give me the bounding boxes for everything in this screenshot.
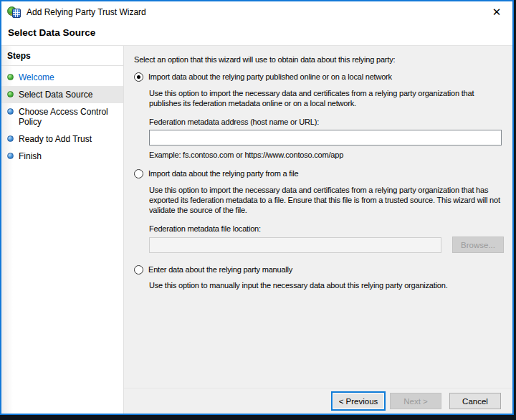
step-label: Select Data Source xyxy=(19,90,92,100)
step-choose-access-control-policy: Choose Access Control Policy xyxy=(1,103,123,130)
step-done-bullet-icon xyxy=(7,91,14,97)
title-bar[interactable]: Add Relying Party Trust Wizard ✕ xyxy=(1,1,512,23)
step-todo-bullet-icon xyxy=(7,135,14,142)
radio-enter-manually[interactable] xyxy=(134,265,143,275)
step-todo-bullet-icon xyxy=(7,153,14,159)
metadata-address-label: Federation metadata address (host name o… xyxy=(149,118,504,126)
close-icon[interactable]: ✕ xyxy=(481,1,512,23)
relying-party-trust-icon xyxy=(7,6,22,19)
step-label: Choose Access Control Policy xyxy=(19,107,118,127)
step-ready-to-add-trust: Ready to Add Trust xyxy=(1,130,123,148)
step-welcome: Welcome xyxy=(1,69,123,86)
metadata-address-input[interactable] xyxy=(149,130,502,145)
wizard-content: Select an option that this wizard will u… xyxy=(124,46,512,388)
option-label: Enter data about the relying party manua… xyxy=(148,265,292,275)
option-import-online[interactable]: Import data about the relying party publ… xyxy=(134,72,504,82)
button-bar: < Previous Next > Cancel xyxy=(124,388,512,414)
step-label: Ready to Add Trust xyxy=(19,134,92,144)
browse-button[interactable]: Browse... xyxy=(452,237,504,253)
option-manual-description: Use this option to manually input the ne… xyxy=(149,280,504,290)
step-label: Finish xyxy=(19,151,42,161)
cancel-button[interactable]: Cancel xyxy=(449,393,501,409)
metadata-address-example: Example: fs.contoso.com or https://www.c… xyxy=(149,151,504,159)
option-enter-manually[interactable]: Enter data about the relying party manua… xyxy=(134,265,504,275)
step-label: Welcome xyxy=(19,72,54,82)
step-finish: Finish xyxy=(1,148,123,165)
option-file-description: Use this option to import the necessary … xyxy=(149,185,504,215)
previous-button[interactable]: < Previous xyxy=(333,393,384,409)
option-import-file[interactable]: Import data about the relying party from… xyxy=(134,169,504,178)
building-icon xyxy=(12,9,21,18)
wizard-window: Add Relying Party Trust Wizard ✕ Select … xyxy=(0,0,514,415)
radio-import-file[interactable] xyxy=(134,169,143,178)
option-label: Import data about the relying party publ… xyxy=(148,72,392,82)
metadata-file-row: Browse... xyxy=(149,237,504,253)
page-title: Select Data Source xyxy=(8,27,512,38)
window-title: Add Relying Party Trust Wizard xyxy=(27,7,146,17)
instruction-text: Select an option that this wizard will u… xyxy=(134,55,504,64)
metadata-file-input[interactable] xyxy=(149,237,441,253)
steps-header: Steps xyxy=(1,49,123,66)
next-button[interactable]: Next > xyxy=(390,393,441,409)
page-heading-row: Select Data Source xyxy=(1,23,512,46)
option-label: Import data about the relying party from… xyxy=(148,169,299,178)
option-online-description: Use this option to import the necessary … xyxy=(149,88,504,108)
step-todo-bullet-icon xyxy=(7,108,14,115)
step-done-bullet-icon xyxy=(7,74,14,80)
steps-sidebar: Steps Welcome Select Data Source Choose … xyxy=(1,46,124,414)
step-select-data-source: Select Data Source xyxy=(1,86,123,103)
radio-import-online[interactable] xyxy=(134,72,143,82)
metadata-file-label: Federation metadata file location: xyxy=(149,224,504,233)
